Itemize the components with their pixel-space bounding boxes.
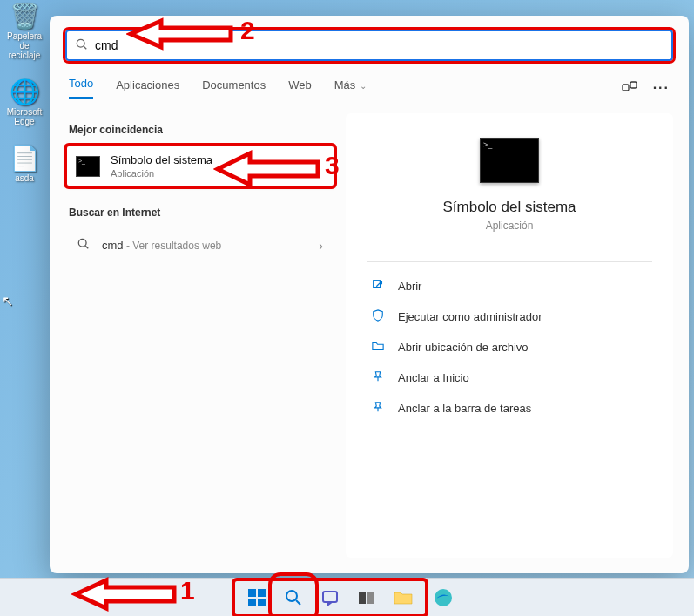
taskbar — [0, 578, 694, 616]
text-file-icon[interactable]: 📄 asda — [3, 142, 45, 183]
svg-point-12 — [435, 589, 452, 606]
search-input[interactable] — [95, 38, 663, 52]
open-icon — [370, 279, 386, 294]
start-button[interactable] — [240, 581, 273, 614]
windows-logo-icon — [248, 589, 266, 606]
pin-icon — [370, 370, 386, 385]
recycle-bin-icon[interactable]: 🗑️ Papelera de reciclaje — [3, 0, 45, 60]
search-box[interactable] — [65, 30, 673, 61]
cmd-app-icon-large — [480, 138, 539, 183]
folder-icon — [370, 340, 386, 355]
best-match-result[interactable]: Símbolo del sistema Aplicación — [65, 145, 335, 187]
chevron-down-icon: ⌄ — [357, 81, 367, 91]
search-icon — [77, 238, 90, 253]
svg-rect-10 — [359, 592, 366, 604]
more-options-icon[interactable]: ··· — [653, 80, 670, 96]
action-pin-start[interactable]: Anclar a Inicio — [367, 362, 652, 393]
svg-line-5 — [85, 246, 88, 248]
tab-all[interactable]: Todo — [69, 77, 93, 99]
web-search-result[interactable]: cmd - Ver resultados web › — [65, 227, 335, 263]
task-view-icon — [358, 589, 375, 606]
edge-icon[interactable]: 🌐 Microsoft Edge — [3, 76, 45, 126]
action-open[interactable]: Abrir — [367, 271, 652, 301]
internet-heading: Buscar en Internet — [69, 206, 335, 219]
pin-icon — [370, 401, 386, 416]
search-panel: Todo Aplicaciones Documentos Web Más ⌄ ·… — [50, 16, 689, 573]
svg-rect-2 — [623, 85, 629, 91]
svg-rect-11 — [367, 592, 374, 604]
divider — [367, 261, 652, 262]
taskbar-chat-button[interactable] — [313, 581, 347, 614]
mouse-cursor: ↖ — [2, 293, 13, 309]
tab-apps[interactable]: Aplicaciones — [116, 78, 179, 98]
taskbar-edge-button[interactable] — [427, 581, 460, 614]
tab-docs[interactable]: Documentos — [202, 78, 266, 98]
action-pin-taskbar[interactable]: Anclar a la barra de tareas — [367, 393, 652, 423]
chevron-right-icon: › — [319, 239, 323, 253]
result-title: Símbolo del sistema — [111, 153, 212, 166]
search-icon — [285, 589, 302, 606]
svg-point-7 — [286, 591, 297, 601]
chat-icon — [321, 589, 339, 606]
svg-point-0 — [77, 39, 84, 47]
search-icon — [76, 38, 88, 53]
detail-title: Símbolo del sistema — [442, 199, 576, 216]
web-term: cmd — [102, 239, 124, 252]
svg-point-4 — [78, 239, 86, 247]
result-subtitle: Aplicación — [111, 168, 212, 179]
best-match-heading: Mejor coincidencia — [69, 124, 335, 136]
desktop-icons: 🗑️ Papelera de reciclaje 🌐 Microsoft Edg… — [3, 0, 45, 183]
shield-icon — [370, 309, 386, 324]
results-column: Mejor coincidencia Símbolo del sistema A… — [65, 113, 335, 558]
svg-rect-3 — [630, 82, 637, 88]
svg-line-8 — [296, 600, 300, 605]
connector-icon[interactable] — [622, 78, 637, 98]
cmd-app-icon — [76, 156, 100, 177]
taskbar-explorer-button[interactable] — [387, 581, 420, 614]
tab-more[interactable]: Más ⌄ — [334, 78, 367, 98]
web-suffix: - Ver resultados web — [124, 240, 222, 252]
action-open-location[interactable]: Abrir ubicación de archivo — [367, 332, 652, 362]
search-tabs: Todo Aplicaciones Documentos Web Más ⌄ ·… — [50, 61, 689, 108]
tab-web[interactable]: Web — [288, 78, 312, 98]
svg-rect-9 — [323, 592, 337, 602]
detail-subtitle: Aplicación — [486, 220, 534, 232]
taskbar-search-button[interactable] — [277, 581, 310, 614]
svg-line-1 — [84, 46, 86, 49]
edge-icon — [434, 588, 453, 607]
detail-panel: Símbolo del sistema Aplicación Abrir Eje… — [346, 113, 673, 558]
taskbar-task-view-button[interactable] — [350, 581, 383, 614]
action-run-admin[interactable]: Ejecutar como administrador — [367, 301, 652, 332]
folder-icon — [394, 590, 413, 606]
